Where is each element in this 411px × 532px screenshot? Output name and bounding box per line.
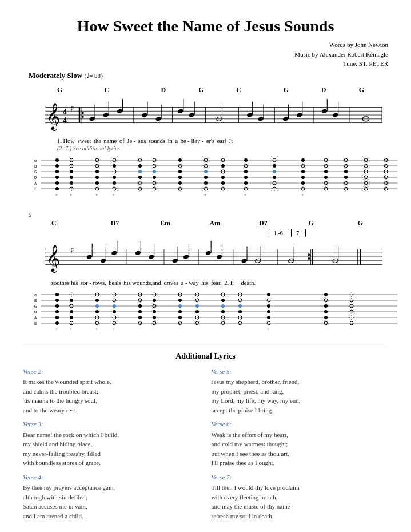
- words-attribution: Words by John Newton: [23, 40, 388, 50]
- svg-point-63: [55, 164, 59, 168]
- svg-point-106: [178, 181, 182, 185]
- lyric-3: the: [92, 138, 101, 144]
- chord-C2: C: [236, 86, 283, 94]
- svg-point-289: [267, 316, 270, 319]
- svg-text:+: +: [55, 327, 58, 332]
- verse-4-label: Verse 4:: [23, 473, 200, 482]
- staff-section-2: 5 C D7 Em Am D7 G G 1.-6. 7. 𝄞 ♯: [23, 209, 388, 338]
- tempo-note: (♩= 88): [84, 72, 102, 80]
- svg-text:+: +: [244, 193, 246, 197]
- staff-svg-1: 𝄞 4 4 ♯: [29, 96, 382, 136]
- chord-G3: G: [284, 86, 321, 94]
- svg-point-110: [204, 170, 208, 173]
- svg-point-112: [204, 181, 208, 185]
- lyric2-1: soothes his: [51, 280, 78, 286]
- verse-2-label: Verse 2:: [23, 367, 200, 376]
- verse-4-text: By thee my prayers acceptance gain,altho…: [23, 483, 200, 521]
- verse-4-block: Verse 4: By thee my prayers acceptance g…: [23, 473, 200, 521]
- svg-text:♯: ♯: [70, 246, 74, 255]
- lyric-2: sweet: [76, 138, 91, 144]
- svg-point-294: [324, 304, 328, 308]
- svg-text:4: 4: [63, 108, 67, 116]
- svg-text:+: +: [113, 193, 115, 197]
- svg-point-15: [103, 112, 109, 117]
- staff-svg-2: 𝄞 ♯: [29, 237, 382, 277]
- svg-point-33: [246, 112, 253, 117]
- svg-point-92: [138, 170, 142, 173]
- svg-point-105: [178, 176, 182, 179]
- lyric-12: er's: [205, 138, 214, 144]
- svg-point-194: [241, 258, 248, 263]
- svg-point-138: [301, 181, 305, 185]
- additional-lyrics-section: Additional Lyrics Verse 2: It makes the …: [23, 347, 388, 521]
- page-title: How Sweet the Name of Jesus Sounds: [23, 17, 388, 35]
- lyric-11: be - liev -: [179, 138, 203, 144]
- svg-point-224: [55, 310, 59, 313]
- svg-point-134: [301, 158, 305, 162]
- svg-point-270: [195, 310, 199, 313]
- svg-point-229: [70, 299, 73, 302]
- chord-D7: D7: [111, 219, 160, 228]
- svg-point-91: [138, 164, 142, 168]
- svg-text:+: +: [95, 193, 98, 197]
- lyric-6: Je -: [126, 138, 136, 144]
- attribution-block: Words by John Newton Music by Alexander …: [23, 40, 388, 69]
- svg-point-79: [95, 176, 99, 179]
- svg-text:G: G: [34, 170, 37, 174]
- svg-text:+: +: [113, 327, 115, 332]
- verses-grid: Verse 2: It makes the wounded spirit who…: [23, 367, 388, 521]
- chord-G2: G: [198, 86, 236, 94]
- svg-text:e: e: [34, 158, 37, 163]
- lyric2-9: 2. It: [223, 280, 234, 286]
- svg-point-22: [155, 116, 162, 121]
- svg-point-35: [258, 116, 264, 121]
- svg-point-221: [55, 293, 59, 296]
- svg-point-150: [344, 176, 348, 179]
- svg-point-118: [221, 176, 225, 179]
- measure-number: 5: [29, 212, 382, 218]
- svg-point-143: [324, 170, 328, 173]
- verse-2-text: It makes the wounded spirit whole,and ca…: [23, 377, 200, 415]
- svg-point-251: [138, 304, 142, 308]
- svg-point-87: [113, 181, 116, 185]
- svg-point-253: [138, 316, 142, 319]
- verse-5-label: Verse 5:: [212, 367, 389, 376]
- svg-point-65: [55, 176, 59, 179]
- ending-7: 7.: [291, 229, 306, 237]
- svg-text:4: 4: [63, 116, 67, 124]
- verse-7-block: Verse 7: Till then I would thy love proc…: [212, 473, 389, 521]
- additional-lyrics-title: Additional Lyrics: [23, 352, 388, 361]
- svg-point-129: [273, 164, 276, 168]
- svg-point-172: [86, 254, 93, 259]
- verse-3-label: Verse 3:: [23, 419, 200, 429]
- svg-point-264: [178, 310, 182, 313]
- chord-row-1: G C D G C G D G: [29, 86, 382, 94]
- svg-point-111: [204, 176, 208, 179]
- verse-5-block: Verse 5: Jesus my shepherd, brother, fri…: [212, 367, 389, 415]
- svg-point-252: [138, 310, 142, 313]
- tab-svg-2: e B G D A E + +: [34, 289, 400, 332]
- ending-brackets: 1.-6. 7.: [29, 229, 382, 237]
- verse-6-block: Verse 6: Weak is the effort of my heart,…: [212, 419, 389, 468]
- verse-2-block: Verse 2: It makes the wounded spirit who…: [23, 367, 200, 415]
- svg-point-17: [117, 108, 123, 113]
- svg-text:♯: ♯: [70, 104, 74, 113]
- svg-point-274: [221, 299, 225, 302]
- svg-point-125: [244, 181, 248, 185]
- staff-section-1: G C D G C G D G 𝄞 4 4 ♯: [23, 83, 388, 203]
- svg-text:+: +: [95, 327, 98, 332]
- lyric-1: 1. How: [57, 138, 75, 144]
- chord-G5: G: [308, 219, 357, 228]
- lyric-4: name: [102, 138, 117, 144]
- verse-5-text: Jesus my shepherd, brother, friend,my pr…: [212, 377, 389, 415]
- lyric2-8: fear.: [210, 280, 222, 286]
- svg-point-131: [273, 176, 276, 179]
- svg-point-237: [95, 304, 99, 308]
- svg-point-288: [267, 310, 270, 313]
- svg-text:+: +: [267, 327, 269, 332]
- svg-point-93: [138, 176, 142, 179]
- lyric-13: ear!: [216, 138, 226, 144]
- svg-point-102: [178, 158, 182, 162]
- svg-point-282: [238, 310, 242, 313]
- svg-text:+: +: [55, 193, 58, 197]
